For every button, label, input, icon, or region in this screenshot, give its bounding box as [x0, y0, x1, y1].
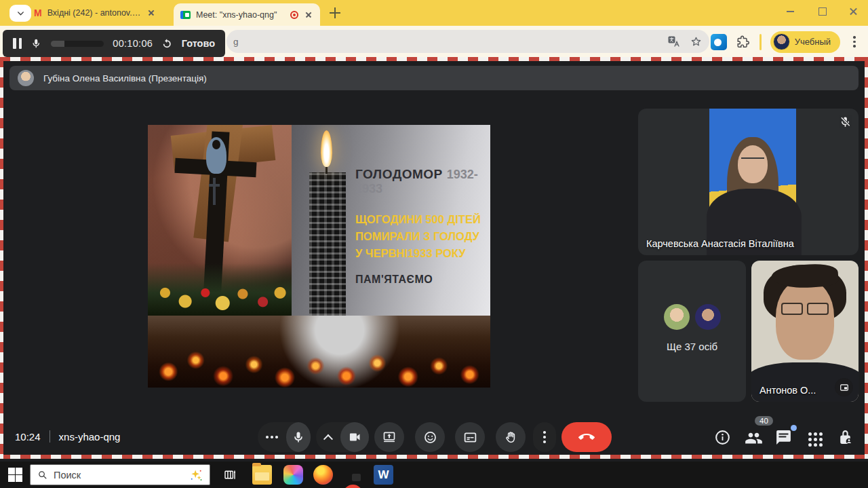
mic-options-icon[interactable] [258, 436, 286, 438]
slide-title: ГОЛОДОМОР [355, 167, 443, 181]
search-icon [37, 470, 47, 480]
profile-chip[interactable]: Учебный [770, 31, 840, 53]
raise-hand-button[interactable] [496, 422, 526, 452]
profile-label: Учебный [795, 37, 831, 47]
window-close-button[interactable] [843, 4, 863, 19]
chat-notification-dot [791, 425, 797, 431]
participant-name: Карчевська Анастасія Віталіївна [646, 238, 794, 249]
search-input[interactable] [54, 470, 183, 481]
participants-button[interactable] [745, 429, 764, 448]
mic-control[interactable] [258, 422, 311, 452]
participant-tile-main[interactable]: Карчевська Анастасія Віталіївна [638, 109, 859, 255]
translate-icon[interactable] [667, 35, 680, 48]
captions-icon [463, 430, 477, 445]
new-tab-button[interactable] [330, 7, 340, 18]
task-view-icon[interactable] [222, 468, 237, 482]
more-options-button[interactable] [533, 422, 556, 452]
present-screen-icon [382, 430, 396, 444]
tab-meet[interactable]: Meet: "xns-yhao-qng" [174, 3, 320, 26]
url-text: g [233, 37, 239, 47]
meeting-code: xns-yhao-qng [59, 431, 121, 443]
window-minimize-button[interactable] [780, 4, 800, 19]
meeting-clock: 10:24 [15, 431, 41, 443]
slide-text-block: ГОЛОДОМОР1932-1933 ЩОГОДИНИ 500 ДІТЕЙ ПО… [355, 167, 486, 286]
capture-region-border-bottom [0, 455, 868, 459]
word-icon[interactable]: W [374, 465, 393, 485]
tab-close-icon[interactable] [146, 8, 156, 18]
address-bar[interactable]: g [226, 30, 709, 53]
presentation-slide: ГОЛОДОМОР1932-1933 ЩОГОДИНИ 500 ДІТЕЙ ПО… [148, 125, 490, 388]
camera-control[interactable] [316, 422, 369, 452]
others-count-label: Ще 37 осіб [638, 341, 746, 352]
pip-icon [840, 383, 849, 392]
presenter-banner: Губіна Олена Василівна (Презентація) [9, 66, 859, 90]
gmail-icon: M [34, 8, 42, 18]
reactions-button[interactable] [415, 422, 445, 452]
chat-icon [775, 429, 792, 446]
bookmark-star-icon[interactable] [690, 35, 703, 48]
tab-title: Вхідні (242) - antonov.oleksand [47, 8, 141, 18]
capture-region-border-right [865, 57, 868, 459]
activities-button[interactable] [806, 430, 825, 449]
participant-count-badge: 40 [755, 416, 773, 426]
host-controls-button[interactable] [837, 429, 856, 448]
present-button[interactable] [374, 422, 404, 452]
captions-button[interactable] [455, 422, 485, 452]
info-icon [714, 429, 731, 446]
divider [50, 430, 50, 443]
participant-tile-others[interactable]: Ще 37 осіб [638, 261, 746, 402]
microphone-icon [292, 430, 305, 444]
taskbar-search[interactable] [30, 464, 210, 485]
more-options-icon [535, 431, 554, 443]
tab-close-icon[interactable] [304, 10, 313, 20]
camera-toggle-button[interactable] [340, 422, 369, 452]
end-call-button[interactable] [561, 422, 612, 452]
extensions-puzzle-icon[interactable] [736, 35, 751, 50]
chat-button[interactable] [775, 429, 794, 448]
tab-title: Meet: "xns-yhao-qng" [196, 10, 285, 20]
memorial-figure [206, 137, 226, 174]
photo-candle [309, 172, 346, 316]
avatar [695, 304, 721, 330]
file-explorer-icon[interactable] [252, 465, 272, 485]
browser-tab-strip: M Вхідні (242) - antonov.oleksand Meet: … [0, 0, 868, 26]
word-letter: W [378, 468, 389, 482]
outlook-extension-icon[interactable] [711, 34, 727, 50]
pause-button[interactable] [13, 38, 22, 49]
candle-field-photo [148, 316, 490, 388]
recording-time: 00:10:06 [113, 38, 153, 49]
hand-icon [504, 430, 518, 445]
camera-icon [348, 430, 361, 444]
slide-footer: ПАМ'ЯТАЄМО [355, 274, 486, 286]
recorder-toolbar: 00:10:06 Готово [3, 30, 225, 57]
camera-options-icon[interactable] [323, 434, 333, 444]
capture-region-border-left [0, 57, 3, 459]
presenter-avatar [18, 70, 34, 86]
meeting-details-button[interactable] [714, 429, 733, 448]
microphone-icon[interactable] [31, 37, 42, 50]
avatar [773, 33, 790, 50]
picture-in-picture-button[interactable] [835, 378, 853, 396]
people-icon [745, 429, 763, 447]
mic-toggle-button[interactable] [286, 422, 311, 452]
window-maximize-button[interactable] [812, 4, 833, 19]
screen: M Вхідні (242) - antonov.oleksand Meet: … [0, 0, 868, 488]
participant-name: Антонов О... [760, 385, 816, 396]
memorial-flowers [148, 259, 292, 316]
mic-level-meter [51, 41, 104, 47]
recorder-done-button[interactable]: Готово [182, 38, 215, 49]
participant-tile-self[interactable]: Антонов О... [751, 261, 859, 402]
tab-gmail[interactable]: M Вхідні (242) - antonov.oleksand [27, 0, 163, 26]
chrome-icon[interactable] [343, 485, 363, 488]
firefox-icon[interactable] [313, 465, 333, 485]
restart-icon[interactable] [161, 37, 173, 50]
browser-menu-icon[interactable] [849, 35, 860, 50]
start-button[interactable] [8, 468, 22, 482]
presenter-name: Губіна Олена Василівна (Презентація) [43, 73, 207, 83]
mic-muted-icon [839, 115, 852, 128]
copilot-icon[interactable] [283, 465, 303, 485]
end-call-icon [578, 429, 595, 445]
meet-icon [180, 11, 191, 19]
meeting-info: 10:24 xns-yhao-qng [15, 430, 120, 443]
slide-yellow-lines: ЩОГОДИНИ 500 ДІТЕЙ ПОМИРАЛИ З ГОЛОДУ У Ч… [355, 211, 486, 261]
